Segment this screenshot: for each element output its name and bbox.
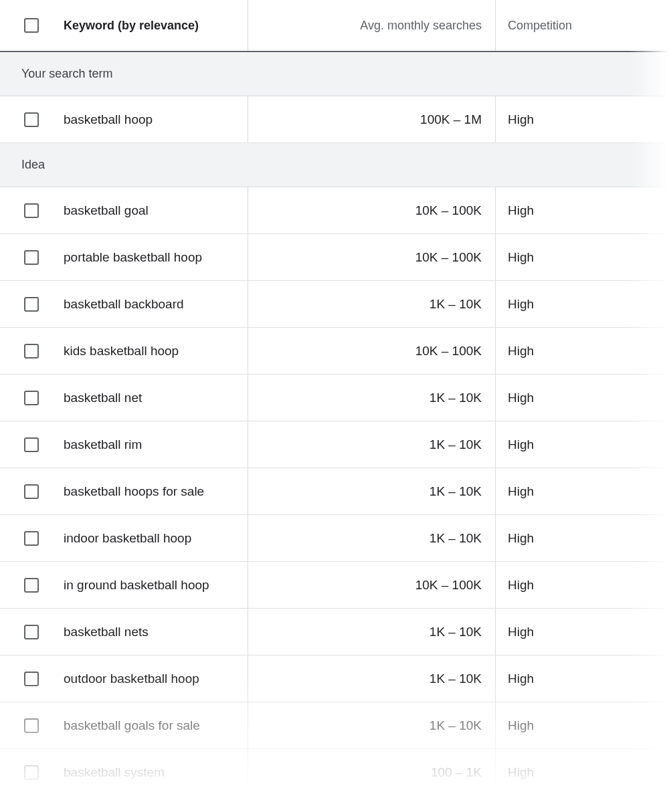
searches-cell: 100K – 1M bbox=[248, 96, 495, 142]
competition-cell: High bbox=[495, 328, 669, 374]
row-checkbox[interactable] bbox=[24, 484, 39, 499]
competition-cell: High bbox=[495, 468, 669, 514]
table-header-row: Keyword (by relevance) Avg. monthly sear… bbox=[0, 0, 669, 52]
row-checkbox[interactable] bbox=[24, 344, 39, 359]
row-checkbox-cell bbox=[0, 344, 64, 359]
keyword-cell[interactable]: basketball backboard bbox=[64, 297, 248, 312]
row-checkbox-cell bbox=[0, 718, 64, 733]
select-all-checkbox[interactable] bbox=[24, 18, 39, 33]
row-checkbox[interactable] bbox=[24, 718, 39, 733]
searches-cell: 1K – 10K bbox=[248, 609, 495, 655]
searches-cell: 1K – 10K bbox=[248, 655, 495, 702]
table-row: basketball rim1K – 10KHigh bbox=[0, 421, 669, 468]
competition-cell: High bbox=[495, 281, 669, 327]
searches-cell: 10K – 100K bbox=[248, 187, 495, 233]
row-checkbox-cell bbox=[0, 531, 64, 546]
table-row: basketball goals for sale1K – 10KHigh bbox=[0, 702, 669, 749]
table-row: outdoor basketball hoop1K – 10KHigh bbox=[0, 655, 669, 702]
searches-cell: 100 – 1K bbox=[248, 749, 495, 795]
table-row: basketball system100 – 1KHigh bbox=[0, 749, 669, 796]
keyword-cell[interactable]: basketball nets bbox=[64, 625, 248, 639]
row-checkbox[interactable] bbox=[24, 765, 39, 780]
competition-cell: High bbox=[495, 515, 669, 561]
row-checkbox[interactable] bbox=[24, 578, 39, 593]
keyword-cell[interactable]: portable basketball hoop bbox=[64, 250, 248, 265]
row-checkbox-cell bbox=[0, 625, 64, 639]
table-row: basketball hoops for sale1K – 10KHigh bbox=[0, 468, 669, 515]
row-checkbox-cell bbox=[0, 297, 64, 312]
table-row: portable basketball hoop10K – 100KHigh bbox=[0, 234, 669, 281]
searches-cell: 1K – 10K bbox=[248, 281, 495, 327]
row-checkbox-cell bbox=[0, 578, 64, 593]
row-checkbox-cell bbox=[0, 765, 64, 780]
competition-cell: High bbox=[495, 702, 669, 748]
keyword-cell[interactable]: kids basketball hoop bbox=[64, 344, 248, 359]
table-row: kids basketball hoop10K – 100KHigh bbox=[0, 328, 669, 375]
table-row: indoor basketball hoop1K – 10KHigh bbox=[0, 515, 669, 562]
row-checkbox[interactable] bbox=[24, 437, 39, 452]
row-checkbox[interactable] bbox=[24, 531, 39, 546]
competition-cell: High bbox=[495, 96, 669, 142]
keyword-table: Keyword (by relevance) Avg. monthly sear… bbox=[0, 0, 669, 796]
keyword-cell[interactable]: basketball goal bbox=[64, 203, 248, 218]
row-checkbox[interactable] bbox=[24, 391, 39, 405]
row-checkbox-cell bbox=[0, 203, 64, 218]
row-checkbox-cell bbox=[0, 250, 64, 265]
searches-cell: 1K – 10K bbox=[248, 375, 495, 421]
row-checkbox[interactable] bbox=[24, 112, 39, 127]
competition-cell: High bbox=[495, 562, 669, 608]
section-header: Idea bbox=[0, 143, 669, 187]
row-checkbox-cell bbox=[0, 437, 64, 452]
keyword-cell[interactable]: indoor basketball hoop bbox=[64, 531, 248, 546]
keyword-cell[interactable]: basketball hoop bbox=[64, 112, 248, 127]
row-checkbox[interactable] bbox=[24, 672, 39, 686]
row-checkbox-cell bbox=[0, 391, 64, 405]
row-checkbox[interactable] bbox=[24, 250, 39, 265]
competition-cell: High bbox=[495, 421, 669, 468]
column-header-keyword[interactable]: Keyword (by relevance) bbox=[64, 19, 248, 33]
section-header: Your search term bbox=[0, 52, 669, 96]
table-row: basketball net1K – 10KHigh bbox=[0, 375, 669, 421]
keyword-cell[interactable]: basketball net bbox=[64, 391, 248, 405]
searches-cell: 10K – 100K bbox=[248, 234, 495, 280]
column-header-searches[interactable]: Avg. monthly searches bbox=[248, 0, 495, 51]
column-header-competition[interactable]: Competition bbox=[495, 0, 669, 51]
competition-cell: High bbox=[495, 234, 669, 280]
row-checkbox[interactable] bbox=[24, 625, 39, 639]
keyword-cell[interactable]: basketball rim bbox=[64, 437, 248, 452]
row-checkbox[interactable] bbox=[24, 297, 39, 312]
table-row: basketball goal10K – 100KHigh bbox=[0, 187, 669, 234]
competition-cell: High bbox=[495, 375, 669, 421]
keyword-cell[interactable]: basketball goals for sale bbox=[64, 718, 248, 733]
competition-cell: High bbox=[495, 187, 669, 233]
table-row: basketball hoop100K – 1MHigh bbox=[0, 96, 669, 143]
keyword-cell[interactable]: basketball hoops for sale bbox=[64, 484, 248, 499]
competition-cell: High bbox=[495, 609, 669, 655]
header-checkbox-cell bbox=[0, 18, 64, 33]
row-checkbox-cell bbox=[0, 484, 64, 499]
keyword-cell[interactable]: in ground basketball hoop bbox=[64, 578, 248, 593]
row-checkbox-cell bbox=[0, 112, 64, 127]
searches-cell: 1K – 10K bbox=[248, 468, 495, 514]
searches-cell: 1K – 10K bbox=[248, 515, 495, 561]
competition-cell: High bbox=[495, 749, 669, 795]
keyword-cell[interactable]: basketball system bbox=[64, 765, 248, 780]
table-row: basketball backboard1K – 10KHigh bbox=[0, 281, 669, 328]
searches-cell: 10K – 100K bbox=[248, 328, 495, 374]
table-row: basketball nets1K – 10KHigh bbox=[0, 609, 669, 655]
searches-cell: 1K – 10K bbox=[248, 702, 495, 748]
row-checkbox[interactable] bbox=[24, 203, 39, 218]
searches-cell: 1K – 10K bbox=[248, 421, 495, 468]
competition-cell: High bbox=[495, 655, 669, 702]
row-checkbox-cell bbox=[0, 672, 64, 686]
keyword-cell[interactable]: outdoor basketball hoop bbox=[64, 672, 248, 686]
searches-cell: 10K – 100K bbox=[248, 562, 495, 608]
table-row: in ground basketball hoop10K – 100KHigh bbox=[0, 562, 669, 609]
